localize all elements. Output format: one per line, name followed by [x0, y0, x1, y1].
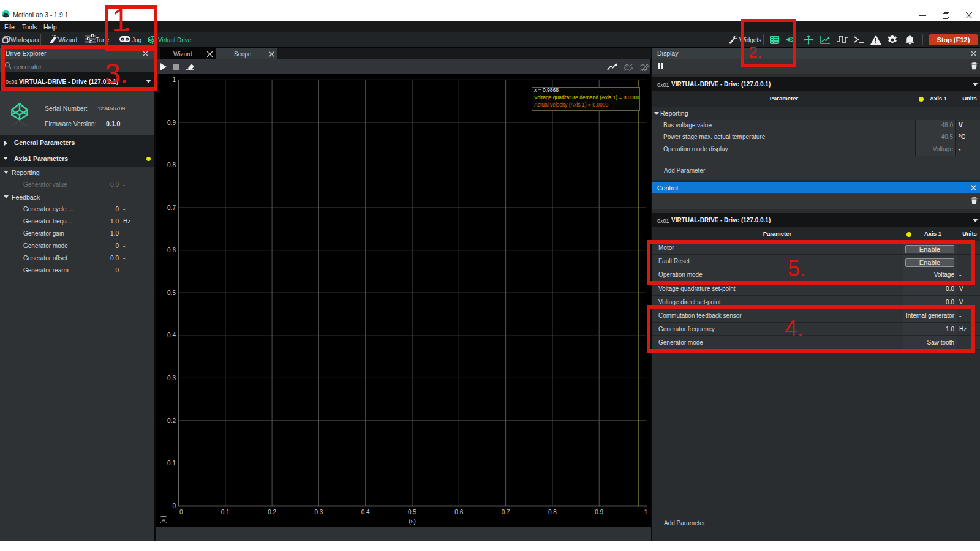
svg-text:1: 1	[172, 77, 176, 83]
svg-text:0.4: 0.4	[361, 509, 370, 515]
svg-text:0.1: 0.1	[221, 509, 230, 515]
svg-text:0.2: 0.2	[268, 509, 276, 515]
svg-text:0.3: 0.3	[314, 509, 323, 515]
svg-text:1: 1	[644, 509, 648, 515]
svg-text:0.8: 0.8	[167, 162, 176, 168]
svg-text:0: 0	[172, 503, 176, 509]
svg-text:0.8: 0.8	[548, 509, 557, 515]
svg-text:0.5: 0.5	[408, 509, 417, 515]
svg-text:x = 0.9868: x = 0.9868	[534, 87, 559, 93]
svg-text:0.6: 0.6	[167, 247, 176, 253]
svg-text:0.1: 0.1	[167, 460, 176, 467]
svg-text:0: 0	[179, 509, 183, 515]
svg-text:0.6: 0.6	[454, 509, 463, 515]
svg-text:0.7: 0.7	[167, 204, 176, 211]
svg-text:0.7: 0.7	[502, 509, 510, 515]
svg-text:0.5: 0.5	[167, 290, 176, 296]
svg-text:0.9: 0.9	[167, 119, 176, 126]
svg-text:Actual velocity (Axis 1) = 0.0: Actual velocity (Axis 1) = 0.0000	[534, 102, 608, 108]
svg-text:Voltage quadrature demand (Axi: Voltage quadrature demand (Axis 1) = 0.0…	[534, 94, 639, 100]
svg-text:0.9: 0.9	[595, 509, 603, 515]
svg-text:0.2: 0.2	[167, 418, 176, 424]
svg-text:0.4: 0.4	[167, 332, 176, 339]
svg-text:0.3: 0.3	[167, 375, 176, 381]
svg-text:(s): (s)	[409, 518, 416, 525]
